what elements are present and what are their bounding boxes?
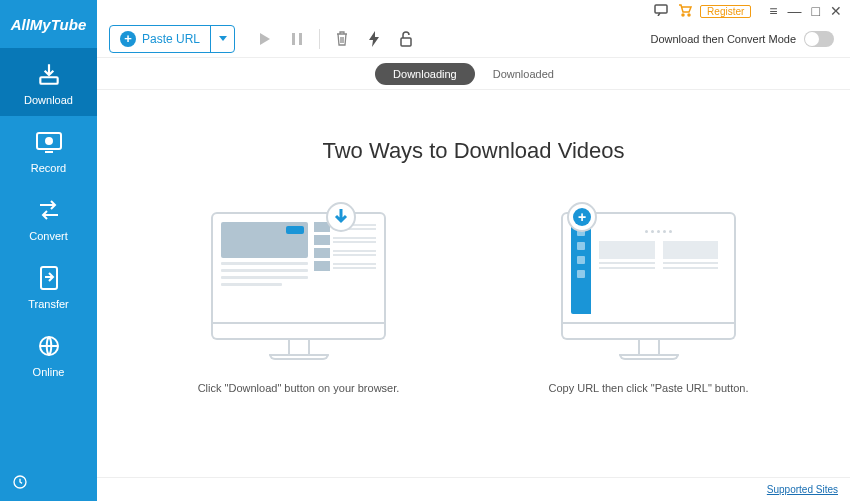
plus-badge-icon: + xyxy=(567,202,597,232)
method-paste-url: + xyxy=(534,212,764,397)
caption-left: Click "Download" button on your browser. xyxy=(198,380,400,397)
minimize-icon[interactable]: — xyxy=(786,4,804,18)
toolbar: + Paste URL Download then Convert Mode xyxy=(97,20,850,58)
footer: Supported Sites xyxy=(97,477,850,501)
method-download-button: Click "Download" button on your browser. xyxy=(184,212,414,397)
illustrations: Click "Download" button on your browser.… xyxy=(184,212,764,397)
svg-rect-9 xyxy=(292,33,295,45)
paste-url-label: Paste URL xyxy=(142,32,200,46)
plus-circle-icon: + xyxy=(120,31,136,47)
paste-url-group: + Paste URL xyxy=(109,25,235,53)
titlebar: Register ≡ — □ ✕ xyxy=(97,0,850,20)
svg-rect-6 xyxy=(655,5,667,13)
paste-url-dropdown[interactable] xyxy=(210,26,234,52)
cart-icon[interactable] xyxy=(676,4,694,19)
clock-icon[interactable] xyxy=(12,474,28,494)
pause-button[interactable] xyxy=(283,25,311,53)
convert-mode-toggle[interactable] xyxy=(804,31,834,47)
svg-rect-10 xyxy=(299,33,302,45)
svg-point-2 xyxy=(46,138,52,144)
menu-icon[interactable]: ≡ xyxy=(767,4,779,18)
convert-mode-label: Download then Convert Mode xyxy=(650,33,796,45)
sidebar-item-record[interactable]: Record xyxy=(0,116,97,184)
close-icon[interactable]: ✕ xyxy=(828,4,844,18)
tab-downloaded[interactable]: Downloaded xyxy=(475,63,572,85)
paste-url-button[interactable]: + Paste URL xyxy=(110,26,210,52)
monitor-illustration xyxy=(211,212,386,360)
svg-rect-0 xyxy=(40,77,57,84)
sidebar-item-label: Download xyxy=(24,94,73,106)
main: Register ≡ — □ ✕ + Paste URL xyxy=(97,0,850,501)
sidebar-item-download[interactable]: Download xyxy=(0,48,97,116)
feedback-icon[interactable] xyxy=(652,4,670,18)
svg-rect-11 xyxy=(401,38,411,46)
tab-label: Downloaded xyxy=(493,68,554,80)
turbo-button[interactable] xyxy=(360,25,388,53)
sidebar: AllMyTube Download Record Convert Transf… xyxy=(0,0,97,501)
sidebar-item-label: Record xyxy=(31,162,66,174)
trash-button[interactable] xyxy=(328,25,356,53)
sidebar-item-online[interactable]: Online xyxy=(0,320,97,388)
headline: Two Ways to Download Videos xyxy=(322,138,624,164)
record-icon xyxy=(32,128,66,156)
nav-items: Download Record Convert Transfer Online xyxy=(0,48,97,467)
play-button[interactable] xyxy=(251,25,279,53)
brand-title: AllMyTube xyxy=(0,0,97,48)
supported-sites-link[interactable]: Supported Sites xyxy=(767,484,838,495)
register-button[interactable]: Register xyxy=(700,5,751,18)
tab-label: Downloading xyxy=(393,68,457,80)
sidebar-item-label: Online xyxy=(33,366,65,378)
sidebar-item-label: Convert xyxy=(29,230,68,242)
online-icon xyxy=(32,332,66,360)
sidebar-item-convert[interactable]: Convert xyxy=(0,184,97,252)
monitor-illustration: + xyxy=(561,212,736,360)
svg-point-8 xyxy=(688,14,690,16)
download-arrow-icon xyxy=(326,202,356,232)
tabs: Downloading Downloaded xyxy=(97,58,850,90)
sidebar-item-label: Transfer xyxy=(28,298,69,310)
toolbar-divider xyxy=(319,29,320,49)
tab-downloading[interactable]: Downloading xyxy=(375,63,475,85)
download-icon xyxy=(32,60,66,88)
convert-mode: Download then Convert Mode xyxy=(650,31,838,47)
transfer-icon xyxy=(32,264,66,292)
sidebar-footer xyxy=(0,467,97,501)
svg-point-7 xyxy=(682,14,684,16)
maximize-icon[interactable]: □ xyxy=(810,4,822,18)
content: Two Ways to Download Videos xyxy=(97,90,850,477)
sidebar-item-transfer[interactable]: Transfer xyxy=(0,252,97,320)
unlock-button[interactable] xyxy=(392,25,420,53)
convert-icon xyxy=(32,196,66,224)
caption-right: Copy URL then click "Paste URL" button. xyxy=(549,380,749,397)
